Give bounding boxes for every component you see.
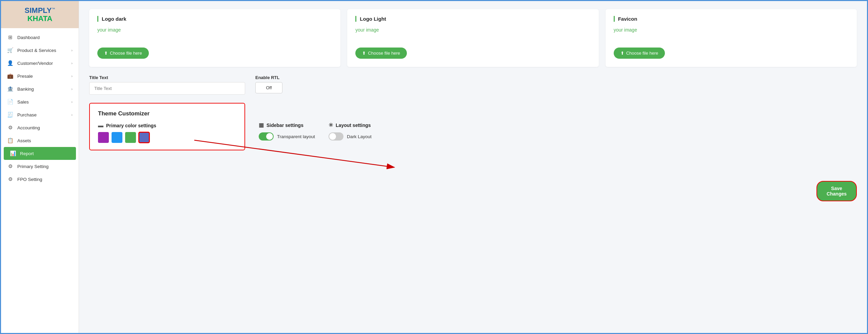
primary-color-label: Primary color settings [106, 123, 156, 128]
dark-layout-label: Dark Layout [347, 134, 372, 139]
purchase-icon: 🧾 [7, 112, 13, 118]
rtl-toggle-button[interactable]: Off [255, 82, 282, 93]
sidebar-item-dashboard[interactable]: ⊞ Dashboard [1, 31, 79, 44]
favicon-placeholder: your image [614, 27, 849, 41]
layout-settings-label: Layout settings [336, 123, 371, 128]
assets-icon: 📋 [7, 137, 13, 144]
theme-customizer-box: Theme Customizer ▬ Primary color setting… [89, 103, 245, 150]
transparent-layout-track[interactable] [259, 132, 274, 141]
logo-light-card: Logo Light your image ⬆ Choose file here [347, 9, 598, 67]
logo-simply: SIMPLY [25, 6, 52, 15]
sidebar: SIMPLY™ KHATA ⊞ Dashboard 🛒 Product & Se… [1, 1, 79, 333]
primary-setting-icon: ⚙ [7, 163, 13, 169]
rtl-group: Enable RTL Off [255, 75, 282, 93]
customer-icon: 👤 [7, 60, 13, 66]
upload-icon: ⬆ [104, 51, 108, 56]
chevron-right-icon: › [71, 48, 73, 52]
sidebar-item-label: Primary Setting [17, 164, 48, 169]
sidebar-settings-section: ▦ Sidebar settings Transparent layout [259, 103, 315, 141]
dark-layout-toggle[interactable]: Dark Layout [329, 132, 372, 141]
upload-icon: ⬆ [620, 51, 624, 56]
logo-dark-card: Logo dark your image ⬆ Choose file here [89, 9, 340, 67]
logo: SIMPLY™ KHATA [25, 6, 55, 23]
sidebar-item-presale[interactable]: 💼 Presale › [1, 70, 79, 82]
primary-color-title: ▬ Primary color settings [98, 123, 156, 129]
sidebar-item-assets[interactable]: 📋 Assets [1, 134, 79, 147]
bottom-area: Theme Customizer ▬ Primary color setting… [89, 103, 857, 171]
sidebar-item-customer-vendor[interactable]: 👤 Customer/Vendor › [1, 57, 79, 70]
choose-file-label: Choose file here [368, 51, 400, 56]
report-icon: 📊 [10, 150, 16, 156]
color-swatches [98, 132, 156, 143]
sidebar-item-label: Customer/Vendor [17, 61, 53, 66]
layout-settings-title: ✳ Layout settings [329, 122, 372, 128]
title-text-label: Title Text [89, 75, 245, 80]
sidebar-item-label: Report [20, 151, 34, 156]
presale-icon: 💼 [7, 73, 13, 79]
product-icon: 🛒 [7, 47, 13, 53]
sidebar-item-label: Dashboard [17, 35, 40, 40]
sidebar-item-purchase[interactable]: 🧾 Purchase › [1, 108, 79, 121]
sidebar-item-fpo-setting[interactable]: ⚙ FPO Setting [1, 173, 79, 186]
sidebar-settings-title: ▦ Sidebar settings [259, 122, 315, 128]
sidebar-item-label: Presale [17, 74, 33, 79]
logo-dark-choose-file-button[interactable]: ⬆ Choose file here [97, 48, 149, 59]
choose-file-label: Choose file here [110, 51, 142, 56]
sidebar-item-label: Sales [17, 99, 29, 105]
accounting-icon: ⚙ [7, 125, 13, 131]
primary-color-icon: ▬ [98, 123, 103, 129]
dark-layout-track[interactable] [329, 132, 343, 141]
favicon-choose-file-button[interactable]: ⬆ Choose file here [614, 48, 665, 59]
sidebar-item-report[interactable]: 📊 Report [4, 147, 76, 160]
sales-icon: 📄 [7, 99, 13, 105]
layout-settings-icon: ✳ [329, 122, 333, 128]
sidebar-item-product-services[interactable]: 🛒 Product & Services › [1, 44, 79, 57]
sidebar-item-accounting[interactable]: ⚙ Accounting [1, 121, 79, 134]
sidebar-item-banking[interactable]: 🏦 Banking › [1, 82, 79, 95]
theme-customizer-title: Theme Customizer [98, 110, 236, 117]
favicon-card: Favicon your image ⬆ Choose file here [606, 9, 857, 67]
sidebar-item-label: Assets [17, 138, 31, 143]
save-changes-button[interactable]: Save Changes [816, 181, 857, 201]
title-text-input[interactable] [89, 82, 245, 95]
enable-rtl-label: Enable RTL [255, 75, 282, 80]
sidebar-settings-icon: ▦ [259, 122, 264, 128]
choose-file-label: Choose file here [626, 51, 658, 56]
sidebar-nav: ⊞ Dashboard 🛒 Product & Services › 👤 Cus… [1, 28, 79, 333]
logo-cards-row: Logo dark your image ⬆ Choose file here … [89, 9, 857, 67]
sidebar-settings-label: Sidebar settings [267, 123, 303, 128]
color-swatch-purple[interactable] [98, 132, 109, 143]
logo-light-placeholder: your image [355, 27, 590, 41]
fpo-setting-icon: ⚙ [7, 176, 13, 182]
logo-dark-title: Logo dark [97, 16, 332, 22]
sidebar-item-label: FPO Setting [17, 177, 42, 182]
primary-color-section: ▬ Primary color settings [98, 123, 156, 143]
sidebar-item-primary-setting[interactable]: ⚙ Primary Setting [1, 160, 79, 173]
logo-khata: KHATA [27, 14, 53, 23]
color-swatch-blue[interactable] [112, 132, 122, 143]
chevron-right-icon: › [71, 87, 73, 91]
sidebar-item-label: Purchase [17, 112, 37, 117]
banking-icon: 🏦 [7, 86, 13, 92]
chevron-right-icon: › [71, 74, 73, 78]
sidebar-item-label: Banking [17, 87, 34, 92]
dark-layout-thumb [329, 133, 336, 140]
chevron-right-icon: › [71, 100, 73, 104]
transparent-layout-toggle[interactable]: Transparent layout [259, 132, 315, 141]
logo-light-choose-file-button[interactable]: ⬆ Choose file here [355, 48, 407, 59]
logo-dark-placeholder: your image [97, 27, 332, 41]
transparent-layout-label: Transparent layout [277, 134, 315, 139]
chevron-right-icon: › [71, 113, 73, 117]
sidebar-item-sales[interactable]: 📄 Sales › [1, 95, 79, 108]
logo-tm: ™ [52, 7, 55, 11]
sidebar-logo: SIMPLY™ KHATA [1, 1, 79, 28]
favicon-title: Favicon [614, 16, 849, 22]
color-swatch-green[interactable] [125, 132, 136, 143]
dashboard-icon: ⊞ [7, 34, 13, 40]
layout-settings-section: ✳ Layout settings Dark Layout [329, 103, 372, 141]
title-text-group: Title Text [89, 75, 245, 95]
title-rtl-row: Title Text Enable RTL Off [89, 75, 857, 95]
logo-light-title: Logo Light [355, 16, 590, 22]
color-swatch-indigo[interactable] [139, 132, 150, 143]
sidebar-item-label: Product & Services [17, 48, 56, 53]
